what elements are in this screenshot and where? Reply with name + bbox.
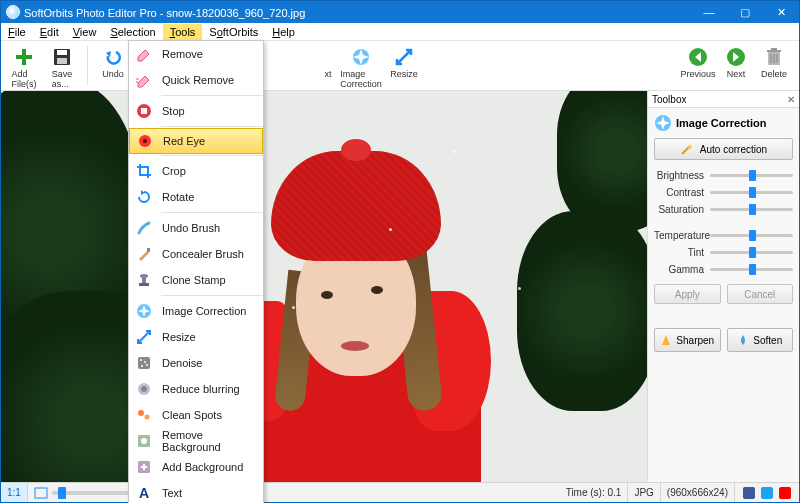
- menu-tools[interactable]: Tools: [163, 24, 203, 40]
- main-area: Toolbox ✕ Image Correction Auto correcti…: [1, 91, 799, 482]
- star-icon: [654, 114, 672, 132]
- svg-rect-10: [771, 48, 777, 50]
- save-as-button[interactable]: Saveas...: [43, 43, 81, 89]
- sharpen-button[interactable]: Sharpen: [654, 328, 721, 352]
- toolbar-label: Previous: [680, 69, 715, 79]
- dd-denoise[interactable]: Denoise: [129, 350, 263, 376]
- red-eye-icon: [133, 129, 157, 153]
- menu-help[interactable]: Help: [265, 24, 302, 40]
- toolbox-header-label: Toolbox: [652, 94, 686, 105]
- twitter-icon[interactable]: [761, 487, 773, 499]
- facebook-icon[interactable]: [743, 487, 755, 499]
- menubar: File Edit View Selection Tools SoftOrbit…: [1, 23, 799, 41]
- dd-undo-brush[interactable]: Undo Brush: [129, 215, 263, 241]
- svg-rect-3: [57, 50, 67, 55]
- social-links: [735, 487, 799, 499]
- slider-gamma[interactable]: Gamma: [654, 262, 793, 276]
- rotate-icon: [132, 185, 156, 209]
- delete-button[interactable]: Delete: [755, 43, 793, 79]
- button-label: Soften: [753, 335, 782, 346]
- tools-dropdown: Remove Quick Remove Stop Red Eye Crop Ro…: [128, 40, 264, 503]
- toolbar-label: Saveas...: [52, 69, 73, 89]
- menu-selection[interactable]: Selection: [103, 24, 162, 40]
- dd-remove-bg[interactable]: Remove Background: [129, 428, 263, 454]
- dd-stop[interactable]: Stop: [129, 98, 263, 124]
- youtube-icon[interactable]: [779, 487, 791, 499]
- undo-icon: [102, 46, 124, 68]
- svg-rect-23: [138, 357, 150, 369]
- image-canvas[interactable]: [1, 91, 647, 482]
- svg-point-21: [140, 274, 148, 278]
- slider-temperature[interactable]: Temperature: [654, 228, 793, 242]
- toolbar-label: Resize: [390, 69, 418, 79]
- toolbar-label: ImageCorrection: [340, 69, 382, 89]
- next-icon: [725, 46, 747, 68]
- soften-button[interactable]: Soften: [727, 328, 794, 352]
- remove-bg-icon: [132, 429, 156, 453]
- plus-icon: [13, 46, 35, 68]
- add-files-button[interactable]: AddFile(s): [5, 43, 43, 89]
- dd-red-eye[interactable]: Red Eye: [129, 128, 263, 154]
- menu-view[interactable]: View: [66, 24, 104, 40]
- dd-remove[interactable]: Remove: [129, 41, 263, 67]
- dd-image-correction[interactable]: Image Correction: [129, 298, 263, 324]
- dd-concealer[interactable]: Concealer Brush: [129, 241, 263, 267]
- dd-reduce-blur[interactable]: Reduce blurring: [129, 376, 263, 402]
- maximize-button[interactable]: ▢: [727, 1, 763, 23]
- minimize-button[interactable]: —: [691, 1, 727, 23]
- toolbox-header: Toolbox ✕: [648, 91, 799, 108]
- menu-edit[interactable]: Edit: [33, 24, 66, 40]
- button-label: Auto correction: [700, 144, 767, 155]
- svg-point-33: [141, 438, 147, 444]
- toolbar-label: xt: [324, 69, 331, 79]
- toolbar: AddFile(s) Saveas... Undo Redo xt: [1, 41, 799, 91]
- image-correction-button[interactable]: ImageCorrection: [337, 43, 385, 89]
- close-panel-icon[interactable]: ✕: [787, 94, 795, 105]
- svg-rect-40: [35, 488, 47, 498]
- svg-point-26: [141, 365, 143, 367]
- app-icon: [6, 5, 20, 19]
- zoom-label[interactable]: 1:1: [1, 483, 28, 502]
- window-controls: — ▢ ✕: [691, 1, 799, 23]
- slider-tint[interactable]: Tint: [654, 245, 793, 259]
- trash-icon: [763, 46, 785, 68]
- svg-point-30: [138, 410, 144, 416]
- menu-file[interactable]: File: [1, 24, 33, 40]
- fit-icon[interactable]: [34, 487, 48, 499]
- resize-icon: [393, 46, 415, 68]
- svg-rect-15: [141, 108, 147, 114]
- svg-rect-9: [767, 50, 781, 52]
- svg-point-25: [144, 361, 146, 363]
- slider-brightness[interactable]: Brightness: [654, 168, 793, 182]
- apply-button[interactable]: Apply: [654, 284, 721, 304]
- cancel-button[interactable]: Cancel: [727, 284, 794, 304]
- slider-contrast[interactable]: Contrast: [654, 185, 793, 199]
- dd-clean-spots[interactable]: Clean Spots: [129, 402, 263, 428]
- close-button[interactable]: ✕: [763, 1, 799, 23]
- photo: [1, 91, 647, 482]
- dd-resize[interactable]: Resize: [129, 324, 263, 350]
- undo-button[interactable]: Undo: [94, 43, 132, 79]
- dd-add-bg[interactable]: Add Background: [129, 454, 263, 480]
- status-format: JPG: [628, 483, 660, 502]
- text-tool-button-partial[interactable]: xt: [319, 43, 337, 79]
- auto-correction-button[interactable]: Auto correction: [654, 138, 793, 160]
- eraser-fast-icon: [132, 68, 156, 92]
- slider-saturation[interactable]: Saturation: [654, 202, 793, 216]
- dd-rotate[interactable]: Rotate: [129, 184, 263, 210]
- resize-button[interactable]: Resize: [385, 43, 423, 79]
- dd-quick-remove[interactable]: Quick Remove: [129, 67, 263, 93]
- denoise-icon: [132, 351, 156, 375]
- dd-clone-stamp[interactable]: Clone Stamp: [129, 267, 263, 293]
- prev-icon: [687, 46, 709, 68]
- svg-point-17: [143, 139, 147, 143]
- next-button[interactable]: Next: [717, 43, 755, 79]
- soften-icon: [737, 334, 749, 346]
- toolbar-label: AddFile(s): [12, 69, 37, 89]
- svg-point-27: [146, 364, 148, 366]
- dd-crop[interactable]: Crop: [129, 158, 263, 184]
- previous-button[interactable]: Previous: [679, 43, 717, 79]
- eraser-icon: [132, 42, 156, 66]
- dd-text[interactable]: AText: [129, 480, 263, 503]
- menu-softorbits[interactable]: SoftOrbits: [202, 24, 265, 40]
